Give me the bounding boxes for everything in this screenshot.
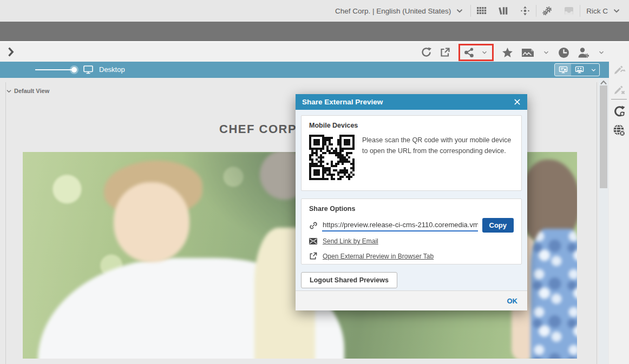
- pencil-x-icon: [613, 83, 626, 96]
- desktop-view-button[interactable]: [555, 63, 571, 76]
- share-url-input[interactable]: [322, 219, 478, 231]
- open-external-preview-link[interactable]: Open External Preview in Browser Tab: [323, 253, 434, 260]
- device-slider-bar: Desktop: [0, 62, 609, 78]
- share-icon: [464, 47, 475, 58]
- preview-mode-menu-arrow[interactable]: [587, 63, 599, 76]
- unpublish-site-button[interactable]: [613, 124, 626, 137]
- person-settings-icon: [578, 47, 589, 58]
- preview-toolbar: [0, 41, 629, 62]
- qr-code-image: [309, 135, 355, 180]
- clock-icon: [558, 47, 569, 58]
- device-label: Desktop: [99, 65, 125, 74]
- preview-scrollbar[interactable]: [599, 78, 608, 364]
- share-button-highlight: [458, 44, 494, 61]
- user-menu[interactable]: Rick C: [580, 0, 629, 22]
- monitor-resize-icon: [575, 66, 584, 74]
- email-icon: [309, 238, 318, 244]
- ok-button[interactable]: OK: [507, 297, 518, 305]
- slider-knob[interactable]: [71, 67, 77, 72]
- library-button[interactable]: [493, 0, 514, 22]
- gears-icon: [542, 6, 552, 16]
- pencil-arrow-icon: [613, 63, 626, 76]
- site-locale-selector[interactable]: Chef Corp. | English (United States): [329, 0, 470, 22]
- sync-circle-icon: [613, 105, 626, 118]
- chevron-down-icon: [598, 49, 605, 56]
- external-link-icon: [309, 252, 318, 260]
- top-bar: Chef Corp. | English (United States): [0, 0, 629, 22]
- responsive-view-button[interactable]: [571, 63, 587, 76]
- preview-image-button[interactable]: [521, 48, 534, 58]
- share-preview-button[interactable]: [464, 47, 475, 58]
- coremedia-studio-preview-window: Chef Corp. | English (United States): [0, 0, 629, 364]
- pan-move-icon: [520, 6, 530, 16]
- copy-button[interactable]: Copy: [482, 218, 514, 233]
- edit-delete-button-disabled[interactable]: [613, 83, 626, 96]
- globe-x-icon: [613, 124, 626, 137]
- open-in-new-window-button[interactable]: [440, 47, 450, 58]
- mobile-devices-section: Mobile Devices Please scan the QR code w…: [301, 115, 522, 191]
- default-view-toggle[interactable]: Default View: [6, 88, 49, 94]
- refresh-workflow-button[interactable]: [613, 105, 626, 118]
- chevron-down-icon: [542, 49, 550, 56]
- bookmark-button[interactable]: [502, 47, 513, 58]
- open-in-new-window-icon: [440, 47, 450, 58]
- user-variants-menu-arrow[interactable]: [598, 49, 605, 56]
- header-bar: [0, 22, 629, 41]
- close-button[interactable]: [514, 98, 521, 105]
- logout-shared-previews-button[interactable]: Logout Shared Previews: [301, 272, 397, 288]
- send-link-by-email-link[interactable]: Send Link by Email: [323, 237, 378, 245]
- chevron-up-icon[interactable]: [600, 80, 607, 85]
- star-icon: [502, 47, 513, 58]
- scrollbar-thumb[interactable]: [600, 85, 607, 188]
- dialog-header[interactable]: Share External Preview: [296, 94, 527, 110]
- edit-redo-button-disabled[interactable]: [613, 63, 626, 76]
- user-name-label: Rick C: [586, 7, 608, 15]
- apps-menu-button[interactable]: [471, 0, 493, 22]
- share-menu-arrow[interactable]: [481, 49, 488, 56]
- mobile-devices-title: Mobile Devices: [309, 122, 514, 129]
- default-view-label: Default View: [14, 88, 49, 94]
- chevron-right-icon: [6, 47, 16, 57]
- site-locale-label: Chef Corp. | English (United States): [335, 7, 451, 15]
- library-books-icon: [499, 6, 508, 16]
- monitor-content-icon: [559, 66, 568, 74]
- qr-instruction-text: Please scan the QR code with your mobile…: [362, 135, 514, 180]
- device-width-slider[interactable]: [35, 69, 76, 70]
- expand-panel-button[interactable]: [6, 47, 16, 57]
- dialog-footer: OK: [296, 290, 527, 310]
- share-options-title: Share Options: [309, 205, 514, 213]
- preview-mode-toggle: [554, 63, 600, 76]
- share-external-preview-dialog: Share External Preview Mobile Devices Pl…: [296, 94, 527, 310]
- user-variants-button[interactable]: [578, 47, 589, 58]
- dialog-title: Share External Preview: [302, 98, 514, 106]
- inbox-button[interactable]: [558, 0, 580, 22]
- time-travel-button[interactable]: [558, 47, 569, 58]
- pan-mode-button[interactable]: [514, 0, 536, 22]
- reload-icon: [421, 47, 431, 58]
- apps-grid-icon: [477, 6, 487, 16]
- chevron-down-icon: [455, 6, 464, 16]
- close-icon: [514, 98, 521, 105]
- desktop-monitor-icon: [83, 65, 93, 74]
- admin-tools-button[interactable]: [536, 0, 558, 22]
- divider: [611, 99, 627, 100]
- chevron-down-icon: [6, 89, 11, 93]
- preview-image-menu-arrow[interactable]: [542, 49, 550, 56]
- reload-preview-button[interactable]: [421, 47, 431, 58]
- link-icon: [309, 221, 318, 230]
- inbox-tray-icon: [564, 6, 574, 16]
- picture-icon: [521, 48, 534, 58]
- preview-side-toolbar: [609, 58, 629, 364]
- chevron-down-icon: [612, 6, 621, 16]
- chevron-down-icon: [481, 49, 488, 56]
- share-options-section: Share Options Copy Send Link by Email: [301, 198, 522, 264]
- chevron-down-icon: [590, 67, 597, 74]
